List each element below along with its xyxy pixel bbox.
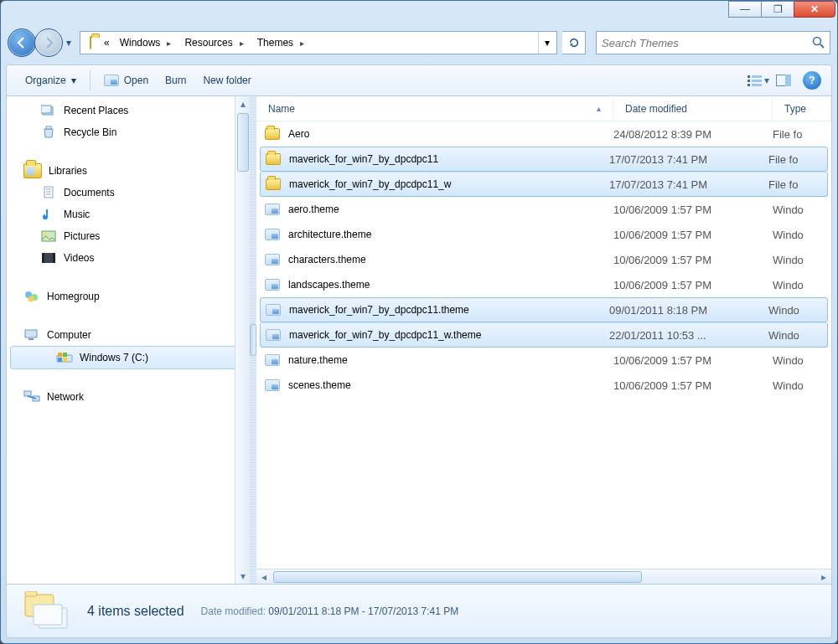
svg-rect-22 <box>53 253 55 263</box>
nav-network[interactable]: Network <box>7 386 250 408</box>
scroll-thumb[interactable] <box>273 571 642 583</box>
toolbar: Organize ▾ Open Burn New folder ▾ ? <box>6 64 832 96</box>
nav-history-dropdown[interactable]: ▾ <box>63 37 75 49</box>
search-box[interactable] <box>596 31 830 54</box>
file-date: 10/06/2009 1:57 PM <box>613 354 773 367</box>
minimize-button[interactable]: — <box>728 1 762 18</box>
svg-rect-37 <box>25 591 37 596</box>
theme-file-icon <box>265 254 280 265</box>
close-button[interactable]: ✕ <box>794 1 835 18</box>
svg-rect-5 <box>752 80 762 82</box>
arrow-right-icon <box>42 36 55 49</box>
close-icon: ✕ <box>810 3 819 15</box>
file-row[interactable]: landscapes.theme10/06/2009 1:57 PMWindo <box>256 272 831 297</box>
search-icon[interactable] <box>811 35 825 51</box>
nav-libraries[interactable]: Libraries <box>7 160 250 182</box>
nav-label: Windows 7 (C:) <box>80 352 148 363</box>
nav-homegroup[interactable]: Homegroup <box>7 286 250 307</box>
svg-rect-6 <box>747 84 750 86</box>
breadcrumb-themes[interactable]: Themes▸ <box>252 34 313 51</box>
file-row[interactable]: aero.theme10/06/2009 1:57 PMWindo <box>256 197 831 222</box>
address-dropdown[interactable]: ▾ <box>538 32 555 54</box>
file-row[interactable]: Aero24/08/2012 8:39 PMFile fo <box>256 121 831 147</box>
nav-computer[interactable]: Computer <box>7 324 250 346</box>
col-date[interactable]: Date modified <box>613 97 773 120</box>
forward-button[interactable] <box>34 28 63 57</box>
nav-label: Recycle Bin <box>64 126 116 138</box>
col-name[interactable]: Name ▴ <box>256 98 613 120</box>
file-row[interactable]: maverick_for_win7_by_dpcdpc11_w.theme22/… <box>260 322 828 348</box>
refresh-button[interactable] <box>562 31 586 54</box>
nav-drive-c[interactable]: Windows 7 (C:) <box>10 346 246 369</box>
help-button[interactable]: ? <box>803 71 821 90</box>
file-row[interactable]: architecture.theme10/06/2009 1:57 PMWind… <box>256 222 831 247</box>
col-date-label: Date modified <box>625 103 687 115</box>
breadcrumb-resources[interactable]: Resources▸ <box>179 34 251 51</box>
nav-label: Computer <box>47 329 91 341</box>
preview-pane-button[interactable] <box>771 70 796 90</box>
search-input[interactable] <box>602 37 811 49</box>
svg-rect-26 <box>25 330 37 337</box>
nav-videos[interactable]: Videos <box>7 247 250 269</box>
file-name: architecture.theme <box>288 229 371 240</box>
svg-rect-33 <box>24 391 31 396</box>
file-row[interactable]: scenes.theme10/06/2009 1:57 PMWindo <box>256 373 831 398</box>
svg-point-19 <box>44 233 46 235</box>
body: Recent Places Recycle Bin Libraries Docu… <box>6 96 832 585</box>
file-type: Windo <box>773 254 831 266</box>
crumb-label: Windows <box>120 37 161 49</box>
svg-line-1 <box>820 44 824 48</box>
file-row[interactable]: maverick_for_win7_by_dpcdpc11_w17/07/201… <box>260 172 828 197</box>
splitter[interactable] <box>250 96 256 584</box>
file-name: characters.theme <box>288 254 366 265</box>
nav-label: Documents <box>64 187 115 198</box>
file-name: aero.theme <box>288 204 339 215</box>
file-type: Windo <box>773 354 831 367</box>
svg-rect-2 <box>747 75 750 78</box>
col-type[interactable]: Type <box>773 97 831 120</box>
view-mode-button[interactable]: ▾ <box>746 70 771 90</box>
documents-icon <box>40 185 57 200</box>
nav-music[interactable]: Music <box>7 204 250 225</box>
scroll-right-icon[interactable]: ▸ <box>816 571 831 583</box>
scroll-left-icon[interactable]: ◂ <box>256 571 272 583</box>
explorer-window: — ❐ ✕ ▾ « Windows▸ Resources▸ Themes▸ ▾ <box>0 0 838 644</box>
chevron-right-icon[interactable]: ▸ <box>236 39 247 48</box>
scroll-down-icon[interactable]: ▾ <box>235 569 250 584</box>
nav-recycle-bin[interactable]: Recycle Bin <box>7 121 250 143</box>
back-button[interactable] <box>8 28 36 57</box>
burn-label: Burn <box>165 75 186 86</box>
nav-recent-places[interactable]: Recent Places <box>7 100 250 121</box>
chevron-right-icon[interactable]: ▸ <box>163 39 174 48</box>
nav-pictures[interactable]: Pictures <box>7 225 250 247</box>
file-name: maverick_for_win7_by_dpcdpc11 <box>289 153 438 165</box>
open-button[interactable]: Open <box>96 71 157 90</box>
maximize-button[interactable]: ❐ <box>761 1 794 18</box>
breadcrumb-overflow[interactable]: « <box>99 34 115 51</box>
chevron-right-icon[interactable]: ▸ <box>297 39 308 48</box>
overflow-label: « <box>104 37 110 49</box>
breadcrumb-windows[interactable]: Windows▸ <box>115 34 180 51</box>
address-bar[interactable]: « Windows▸ Resources▸ Themes▸ ▾ <box>80 31 557 54</box>
svg-rect-3 <box>752 75 762 78</box>
file-row[interactable]: characters.theme10/06/2009 1:57 PMWindo <box>256 247 831 272</box>
organize-button[interactable]: Organize ▾ <box>17 71 85 90</box>
file-row[interactable]: nature.theme10/06/2009 1:57 PMWindo <box>256 348 831 373</box>
file-row[interactable]: maverick_for_win7_by_dpcdpc11.theme09/01… <box>260 297 828 322</box>
file-name: Aero <box>288 128 309 140</box>
nav-label: Videos <box>64 252 94 264</box>
nav-scrollbar[interactable]: ▴ ▾ <box>235 96 250 584</box>
nav-documents[interactable]: Documents <box>7 182 250 204</box>
scroll-up-icon[interactable]: ▴ <box>235 96 250 111</box>
homegroup-icon <box>23 289 40 304</box>
computer-icon <box>23 327 40 343</box>
file-name: maverick_for_win7_by_dpcdpc11_w.theme <box>289 329 481 341</box>
view-icon <box>747 75 763 86</box>
file-type: File fo <box>768 178 827 191</box>
new-folder-button[interactable]: New folder <box>194 71 259 90</box>
theme-file-icon <box>266 304 281 316</box>
scroll-thumb[interactable] <box>237 113 249 172</box>
list-h-scrollbar[interactable]: ◂ ▸ <box>256 569 831 584</box>
burn-button[interactable]: Burn <box>157 71 194 90</box>
file-row[interactable]: maverick_for_win7_by_dpcdpc1117/07/2013 … <box>260 147 828 172</box>
